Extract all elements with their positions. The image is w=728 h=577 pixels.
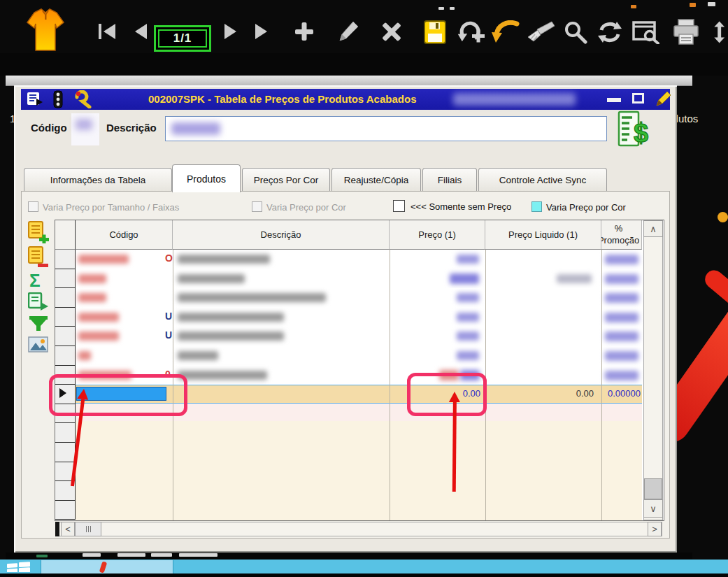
codigo-label: Código	[31, 122, 67, 134]
main-toolbar: 1/1	[0, 7, 728, 50]
table-row[interactable]	[76, 346, 642, 365]
selected-promocao-value[interactable]: 0.00000	[602, 388, 641, 399]
record-indicator-value: 1/1	[158, 29, 207, 48]
export-icon[interactable]	[27, 92, 43, 107]
cut-text-fragment	[708, 2, 715, 6]
grid-side-toolbar: Σ	[25, 220, 50, 359]
start-button-icon[interactable]	[7, 562, 31, 572]
vertical-scrollbar[interactable]	[643, 220, 663, 520]
price-list-dollar-icon[interactable]: $	[617, 111, 650, 148]
tab-controle-active-sync[interactable]: Controle Active Sync	[478, 168, 607, 191]
column-separator	[601, 250, 602, 520]
scroll-right-button[interactable]: >	[648, 522, 662, 536]
annotation-arrow-preco	[448, 392, 460, 492]
column-header-codigo[interactable]: Código	[76, 220, 173, 250]
sum-icon[interactable]: Σ	[29, 271, 41, 290]
tshirt-app-icon[interactable]	[25, 7, 66, 55]
previous-record-button[interactable]	[131, 21, 150, 42]
resize-button[interactable]	[712, 18, 728, 46]
scroll-up-button[interactable]: ∧	[643, 220, 663, 237]
codigo-value-redacted	[71, 113, 99, 145]
print-icon	[672, 19, 700, 45]
column-header-promocao[interactable]: % Promoção	[601, 220, 642, 250]
clean-button[interactable]	[526, 20, 555, 45]
window-title: 002007SPK - Tabela de Preços de Produtos…	[148, 93, 416, 105]
svg-text:$: $	[634, 118, 648, 148]
add-row-icon[interactable]	[28, 221, 49, 243]
add-button[interactable]	[292, 20, 316, 43]
delete-button[interactable]	[379, 20, 404, 43]
screen-bottom-edge	[0, 574, 728, 577]
table-row[interactable]: O	[76, 250, 642, 269]
somente-sem-preco-label: <<< Somente sem Preço	[411, 201, 511, 212]
wrench-icon[interactable]	[74, 90, 94, 108]
scroll-left-button[interactable]: <	[61, 522, 75, 536]
varia-preco-tamanho-checkbox	[28, 201, 38, 212]
record-indicator: 1/1	[154, 25, 211, 52]
varia-preco-cor-label: Varia Preço por Cor	[266, 202, 346, 213]
refresh-add-button[interactable]	[456, 18, 487, 46]
add-icon	[293, 20, 315, 43]
refresh-add-icon	[457, 19, 486, 45]
column-header-preco-liquido[interactable]: Preço Liquido (1)	[485, 220, 601, 250]
bar	[99, 24, 101, 39]
horizontal-scroll-thumb[interactable]	[75, 522, 101, 536]
resize-icon	[712, 19, 728, 45]
edit-pencil-icon[interactable]	[654, 90, 672, 108]
traffic-light-icon[interactable]	[52, 90, 64, 108]
next-record-icon	[224, 24, 236, 39]
descricao-input[interactable]	[165, 116, 607, 141]
first-record-button[interactable]	[97, 21, 117, 42]
previous-record-icon	[135, 24, 147, 39]
search-icon	[563, 20, 588, 44]
last-record-button[interactable]	[250, 21, 271, 42]
varia-preco-tamanho-label: Varia Preço por Tamanho / Faixas	[43, 202, 179, 213]
filter-icon[interactable]	[29, 316, 48, 332]
maximize-button[interactable]	[632, 93, 644, 104]
tab-produtos[interactable]: Produtos	[172, 164, 241, 192]
table-row[interactable]: U	[76, 327, 642, 346]
scroll-left-icon: <	[65, 524, 71, 534]
annotation-highlight-preco	[407, 373, 487, 416]
tab-precos-por-cor[interactable]: Preços Por Cor	[242, 168, 330, 191]
horizontal-scrollbar[interactable]	[55, 522, 662, 536]
last-record-icon	[255, 24, 267, 39]
image-icon[interactable]	[28, 336, 49, 354]
tab-reajuste-copia[interactable]: Reajuste/Cópia	[331, 168, 421, 191]
scrollbar-left-nub	[55, 522, 59, 536]
cut-status-line	[6, 553, 692, 560]
remove-row-icon[interactable]	[28, 246, 49, 269]
refresh-button[interactable]	[596, 20, 624, 45]
minimize-button[interactable]	[607, 98, 621, 102]
varia-preco-cor-legend-swatch	[531, 201, 542, 212]
undo-icon	[492, 20, 520, 44]
next-record-button[interactable]	[221, 21, 239, 42]
wallpaper-swoosh-top	[701, 266, 728, 308]
search-button[interactable]	[562, 20, 589, 45]
mdi-top-strip	[6, 76, 692, 86]
preview-button[interactable]	[631, 20, 660, 45]
column-header-descricao[interactable]: Descrição	[173, 220, 390, 250]
undo-button[interactable]	[491, 20, 520, 45]
vertical-scroll-thumb[interactable]	[644, 478, 662, 499]
edit-button[interactable]	[336, 20, 361, 43]
save-button[interactable]	[422, 18, 448, 46]
table-row[interactable]	[76, 288, 642, 307]
tab-filiais[interactable]: Filiais	[422, 168, 477, 191]
column-separator	[390, 250, 390, 520]
print-button[interactable]	[671, 18, 701, 46]
grid-empty-area	[76, 421, 642, 520]
window-titlebar[interactable]: 002007SPK - Tabela de Preços de Produtos…	[21, 89, 670, 110]
redacted-company-name	[453, 93, 576, 106]
scroll-down-button[interactable]: ∨	[643, 499, 663, 518]
module-tab-bar: 1. Produtos Acabados 2. Tabelas De Preço…	[0, 53, 728, 76]
table-row[interactable]: U	[76, 308, 642, 327]
column-header-preco[interactable]: Preço (1)	[390, 220, 485, 250]
selected-preco-liquido-value[interactable]: 0.00	[485, 388, 594, 399]
clean-icon	[527, 20, 555, 44]
taskbar-item[interactable]	[41, 560, 173, 574]
copy-grid-icon[interactable]	[28, 292, 49, 312]
table-row[interactable]	[76, 269, 642, 288]
tab-informacoes-da-tabela[interactable]: Informações da Tabela	[24, 168, 172, 191]
somente-sem-preco-checkbox[interactable]	[393, 200, 405, 212]
